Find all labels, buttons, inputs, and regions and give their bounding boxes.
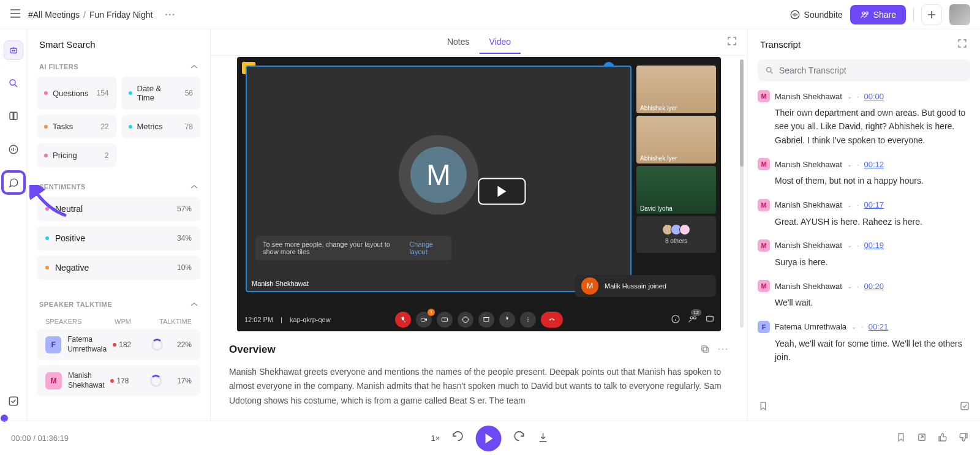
bookmark-icon[interactable] xyxy=(758,404,769,413)
chevron-down-icon[interactable]: ⌄ xyxy=(847,242,852,249)
filter-pricing[interactable]: Pricing 2 xyxy=(37,143,116,167)
chevron-down-icon[interactable]: ⌄ xyxy=(847,201,852,208)
playback-speed[interactable]: 1× xyxy=(431,434,440,443)
soundbite-button[interactable]: Soundbite xyxy=(790,9,843,20)
filter-metrics[interactable]: Metrics 78 xyxy=(121,115,201,138)
transcript-text: Yeah, we'll wait for some time. We'll le… xyxy=(758,337,970,364)
sentiment-positive[interactable]: Positive 34% xyxy=(37,226,200,250)
speaker-row[interactable]: F Fatema Umrethwala 182 22% xyxy=(37,329,200,360)
people-icon[interactable]: 12 xyxy=(688,314,698,325)
download-icon[interactable] xyxy=(537,431,549,445)
chat-panel-icon[interactable] xyxy=(705,314,715,325)
user-avatar[interactable] xyxy=(949,4,970,25)
captions-icon[interactable] xyxy=(437,312,453,328)
video-player[interactable]: M Manish Shekhawat To see more people, c… xyxy=(237,57,721,331)
chevron-up-icon[interactable] xyxy=(190,301,198,308)
transcript-text: Their own department and own areas. But … xyxy=(758,106,970,147)
rail-bot-icon[interactable] xyxy=(4,40,23,60)
share-label: Share xyxy=(873,10,896,20)
rail-checkbox-icon[interactable] xyxy=(4,391,23,411)
share-button[interactable]: Share xyxy=(850,5,906,24)
transcript-item[interactable]: M Manish Shekhawat ⌄ · 00:20 We'll wait. xyxy=(758,280,970,309)
svg-rect-21 xyxy=(702,345,707,350)
filter-questions-count: 154 xyxy=(96,89,108,97)
others-tile[interactable]: 8 others xyxy=(636,216,716,253)
transcript-avatar: M xyxy=(758,239,770,252)
transcript-timestamp[interactable]: 00:19 xyxy=(864,241,884,250)
play-button[interactable] xyxy=(475,426,501,451)
sentiment-negative[interactable]: Negative 10% xyxy=(37,255,200,280)
change-layout-link[interactable]: Change layout xyxy=(409,241,444,255)
filter-metrics-label: Metrics xyxy=(137,122,163,131)
transcript-timestamp[interactable]: 00:17 xyxy=(864,200,884,209)
info-icon[interactable] xyxy=(671,314,680,325)
expand-icon[interactable] xyxy=(957,38,968,51)
rail-search-icon[interactable] xyxy=(4,73,23,93)
raise-hand-icon[interactable] xyxy=(499,312,515,328)
mic-off-icon[interactable] xyxy=(395,312,411,328)
participant-tile: David Iyoha xyxy=(636,166,716,214)
transcript-timestamp[interactable]: 00:12 xyxy=(864,160,884,169)
bookmark-icon[interactable] xyxy=(895,432,907,445)
speaker-name: Fatema Umrethwala xyxy=(67,335,107,354)
transcript-timestamp[interactable]: 00:21 xyxy=(869,322,889,331)
joined-avatar: M xyxy=(581,277,598,295)
edit-icon[interactable] xyxy=(959,400,970,413)
camera-badge: 1 xyxy=(428,309,435,316)
chevron-down-icon[interactable]: ⌄ xyxy=(847,93,852,100)
filter-tasks[interactable]: Tasks 22 xyxy=(37,115,116,138)
transcript-item[interactable]: F Fatema Umrethwala ⌄ · 00:21 Yeah, we'l… xyxy=(758,321,970,364)
speaker-row[interactable]: M Manish Shekhawat 178 17% xyxy=(37,365,200,396)
transcript-search-input[interactable] xyxy=(779,66,963,75)
camera-icon[interactable]: 1 xyxy=(416,312,432,328)
tab-video[interactable]: Video xyxy=(480,31,521,54)
divider xyxy=(913,7,914,22)
thumbs-up-icon[interactable] xyxy=(937,432,948,445)
playback-time: 00:00 / 01:36:19 xyxy=(11,434,69,443)
menu-icon[interactable] xyxy=(10,9,21,20)
chevron-down-icon[interactable]: ⌄ xyxy=(847,283,852,290)
chevron-up-icon[interactable] xyxy=(190,183,198,190)
transcript-title: Transcript xyxy=(760,39,801,50)
transcript-search[interactable] xyxy=(758,59,970,81)
chevron-up-icon[interactable] xyxy=(190,63,198,70)
col-talktime: TALKTIME xyxy=(149,318,192,325)
more-vert-icon[interactable] xyxy=(520,312,536,328)
more-icon[interactable]: ··· xyxy=(165,10,176,20)
rail-chat-icon[interactable] xyxy=(4,173,23,192)
svg-point-11 xyxy=(463,317,469,322)
filter-questions-label: Questions xyxy=(53,89,89,98)
chevron-down-icon[interactable]: ⌄ xyxy=(847,161,852,168)
transcript-item[interactable]: M Manish Shekhawat ⌄ · 00:17 Great. AYUS… xyxy=(758,199,970,228)
transcript-speaker-name: Manish Shekhawat xyxy=(775,160,842,169)
filter-questions[interactable]: Questions 154 xyxy=(37,77,116,110)
rail-book-icon[interactable] xyxy=(4,107,23,126)
emoji-icon[interactable] xyxy=(458,312,473,328)
add-button[interactable] xyxy=(921,4,942,25)
rewind-icon[interactable] xyxy=(451,431,464,446)
copy-icon[interactable] xyxy=(699,344,710,356)
scrollbar[interactable] xyxy=(740,59,744,167)
filter-datetime-count: 56 xyxy=(185,89,193,97)
rail-analytics-icon[interactable] xyxy=(4,140,23,159)
transcript-item[interactable]: M Manish Shekhawat ⌄ · 00:19 Surya is he… xyxy=(758,239,970,269)
transcript-timestamp[interactable]: 00:00 xyxy=(864,92,884,101)
chevron-down-icon[interactable]: ⌄ xyxy=(851,323,856,330)
forward-icon[interactable] xyxy=(512,431,526,446)
share-out-icon[interactable] xyxy=(916,432,927,445)
breadcrumb-root[interactable]: #All Meetings xyxy=(28,10,80,20)
end-call-icon[interactable] xyxy=(541,312,563,328)
transcript-item[interactable]: M Manish Shekhawat ⌄ · 00:12 Most of the… xyxy=(758,158,970,187)
breadcrumb: #All Meetings / Fun Friday Night xyxy=(28,10,153,20)
transcript-timestamp[interactable]: 00:20 xyxy=(864,282,884,291)
filter-datetime[interactable]: Date & Time 56 xyxy=(121,77,201,110)
transcript-item[interactable]: M Manish Shekhawat ⌄ · 00:00 Their own d… xyxy=(758,90,970,147)
sentiment-negative-pct: 10% xyxy=(177,263,192,272)
play-button[interactable] xyxy=(478,178,526,205)
svg-rect-23 xyxy=(961,402,968,410)
thumbs-down-icon[interactable] xyxy=(958,432,969,445)
tab-notes[interactable]: Notes xyxy=(437,31,480,54)
expand-icon[interactable] xyxy=(726,36,737,48)
more-horiz-icon[interactable]: ··· xyxy=(718,344,729,356)
present-icon[interactable] xyxy=(478,312,494,328)
